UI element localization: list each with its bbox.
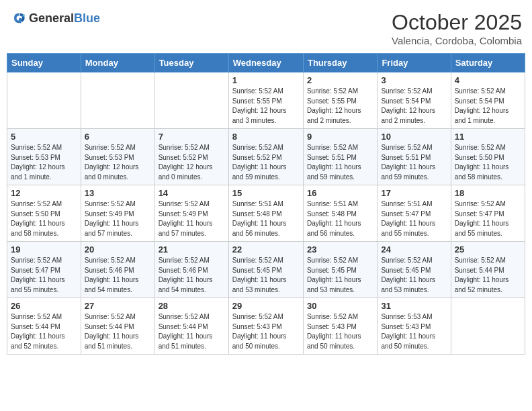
day-info: Sunrise: 5:51 AM Sunset: 5:48 PM Dayligh…: [307, 199, 373, 238]
day-info: Sunrise: 5:52 AM Sunset: 5:51 PM Dayligh…: [381, 143, 447, 182]
day-info: Sunrise: 5:52 AM Sunset: 5:44 PM Dayligh…: [85, 312, 151, 351]
day-info: Sunrise: 5:52 AM Sunset: 5:51 PM Dayligh…: [307, 143, 373, 182]
day-number: 29: [232, 301, 300, 311]
calendar-cell: 18Sunrise: 5:52 AM Sunset: 5:47 PM Dayli…: [451, 185, 525, 242]
calendar: SundayMondayTuesdayWednesdayThursdayFrid…: [7, 53, 525, 355]
calendar-cell: 6Sunrise: 5:52 AM Sunset: 5:53 PM Daylig…: [81, 129, 154, 185]
calendar-cell: [451, 298, 525, 355]
day-number: 21: [159, 244, 225, 255]
day-number: 24: [381, 244, 447, 255]
calendar-cell: 20Sunrise: 5:52 AM Sunset: 5:46 PM Dayli…: [81, 242, 154, 298]
calendar-cell: 1Sunrise: 5:52 AM Sunset: 5:55 PM Daylig…: [228, 73, 303, 129]
day-info: Sunrise: 5:52 AM Sunset: 5:47 PM Dayligh…: [455, 199, 521, 238]
day-info: Sunrise: 5:52 AM Sunset: 5:53 PM Dayligh…: [85, 143, 151, 182]
weekday-header-sunday: Sunday: [7, 54, 81, 73]
day-info: Sunrise: 5:52 AM Sunset: 5:52 PM Dayligh…: [159, 143, 225, 182]
day-number: 13: [85, 188, 151, 198]
day-number: 15: [232, 188, 300, 198]
calendar-cell: 29Sunrise: 5:52 AM Sunset: 5:43 PM Dayli…: [228, 298, 303, 355]
calendar-cell: 26Sunrise: 5:52 AM Sunset: 5:44 PM Dayli…: [7, 298, 81, 355]
day-info: Sunrise: 5:52 AM Sunset: 5:43 PM Dayligh…: [232, 312, 300, 351]
day-info: Sunrise: 5:52 AM Sunset: 5:43 PM Dayligh…: [307, 312, 373, 351]
calendar-cell: 23Sunrise: 5:52 AM Sunset: 5:45 PM Dayli…: [303, 242, 377, 298]
day-info: Sunrise: 5:52 AM Sunset: 5:52 PM Dayligh…: [232, 143, 300, 182]
weekday-header-tuesday: Tuesday: [154, 54, 228, 73]
calendar-cell: 10Sunrise: 5:52 AM Sunset: 5:51 PM Dayli…: [378, 129, 451, 185]
calendar-cell: 13Sunrise: 5:52 AM Sunset: 5:49 PM Dayli…: [81, 185, 154, 242]
calendar-week-5: 26Sunrise: 5:52 AM Sunset: 5:44 PM Dayli…: [7, 298, 525, 355]
day-number: 10: [381, 132, 447, 142]
day-info: Sunrise: 5:52 AM Sunset: 5:54 PM Dayligh…: [455, 87, 521, 126]
day-number: 18: [455, 188, 521, 198]
logo-icon: [10, 10, 26, 26]
calendar-cell: 11Sunrise: 5:52 AM Sunset: 5:50 PM Dayli…: [451, 129, 525, 185]
day-info: Sunrise: 5:52 AM Sunset: 5:53 PM Dayligh…: [11, 143, 77, 182]
header: GeneralBlue October 2025 Valencia, Cordo…: [7, 7, 525, 46]
day-info: Sunrise: 5:52 AM Sunset: 5:50 PM Dayligh…: [11, 199, 77, 238]
calendar-cell: [7, 73, 81, 129]
weekday-header-saturday: Saturday: [451, 54, 525, 73]
month-title: October 2025: [392, 10, 522, 35]
day-number: 30: [307, 301, 373, 311]
day-info: Sunrise: 5:52 AM Sunset: 5:46 PM Dayligh…: [159, 256, 225, 295]
day-number: 4: [455, 75, 521, 85]
day-info: Sunrise: 5:52 AM Sunset: 5:54 PM Dayligh…: [381, 87, 447, 126]
weekday-header-wednesday: Wednesday: [228, 54, 303, 73]
calendar-cell: [81, 73, 154, 129]
day-info: Sunrise: 5:52 AM Sunset: 5:47 PM Dayligh…: [11, 256, 77, 295]
day-info: Sunrise: 5:52 AM Sunset: 5:55 PM Dayligh…: [307, 87, 373, 126]
calendar-cell: 16Sunrise: 5:51 AM Sunset: 5:48 PM Dayli…: [303, 185, 377, 242]
calendar-cell: 27Sunrise: 5:52 AM Sunset: 5:44 PM Dayli…: [81, 298, 154, 355]
day-number: 5: [11, 132, 77, 142]
weekday-header-friday: Friday: [378, 54, 451, 73]
calendar-week-1: 1Sunrise: 5:52 AM Sunset: 5:55 PM Daylig…: [7, 73, 525, 129]
day-number: 1: [232, 75, 300, 85]
day-number: 3: [381, 75, 447, 85]
day-info: Sunrise: 5:52 AM Sunset: 5:46 PM Dayligh…: [85, 256, 151, 295]
calendar-cell: 31Sunrise: 5:53 AM Sunset: 5:43 PM Dayli…: [378, 298, 451, 355]
calendar-cell: 5Sunrise: 5:52 AM Sunset: 5:53 PM Daylig…: [7, 129, 81, 185]
calendar-cell: 21Sunrise: 5:52 AM Sunset: 5:46 PM Dayli…: [154, 242, 228, 298]
day-number: 31: [381, 301, 447, 311]
day-info: Sunrise: 5:52 AM Sunset: 5:50 PM Dayligh…: [455, 143, 521, 182]
calendar-cell: 12Sunrise: 5:52 AM Sunset: 5:50 PM Dayli…: [7, 185, 81, 242]
calendar-cell: 22Sunrise: 5:52 AM Sunset: 5:45 PM Dayli…: [228, 242, 303, 298]
calendar-cell: 28Sunrise: 5:52 AM Sunset: 5:44 PM Dayli…: [154, 298, 228, 355]
calendar-cell: 15Sunrise: 5:51 AM Sunset: 5:48 PM Dayli…: [228, 185, 303, 242]
day-info: Sunrise: 5:52 AM Sunset: 5:45 PM Dayligh…: [381, 256, 447, 295]
day-number: 7: [159, 132, 225, 142]
day-number: 2: [307, 75, 373, 85]
day-info: Sunrise: 5:52 AM Sunset: 5:44 PM Dayligh…: [11, 312, 77, 351]
day-number: 6: [85, 132, 151, 142]
calendar-cell: 19Sunrise: 5:52 AM Sunset: 5:47 PM Dayli…: [7, 242, 81, 298]
day-info: Sunrise: 5:52 AM Sunset: 5:55 PM Dayligh…: [232, 87, 300, 126]
day-info: Sunrise: 5:53 AM Sunset: 5:43 PM Dayligh…: [381, 312, 447, 351]
calendar-week-3: 12Sunrise: 5:52 AM Sunset: 5:50 PM Dayli…: [7, 185, 525, 242]
weekday-header-monday: Monday: [81, 54, 154, 73]
logo-text: GeneralBlue: [29, 11, 100, 26]
day-info: Sunrise: 5:52 AM Sunset: 5:49 PM Dayligh…: [85, 199, 151, 238]
calendar-cell: 7Sunrise: 5:52 AM Sunset: 5:52 PM Daylig…: [154, 129, 228, 185]
day-number: 16: [307, 188, 373, 198]
day-number: 20: [85, 244, 151, 255]
day-number: 27: [85, 301, 151, 311]
day-info: Sunrise: 5:51 AM Sunset: 5:47 PM Dayligh…: [381, 199, 447, 238]
day-number: 17: [381, 188, 447, 198]
calendar-cell: 30Sunrise: 5:52 AM Sunset: 5:43 PM Dayli…: [303, 298, 377, 355]
calendar-cell: 9Sunrise: 5:52 AM Sunset: 5:51 PM Daylig…: [303, 129, 377, 185]
title-area: October 2025 Valencia, Cordoba, Colombia: [392, 10, 522, 46]
day-number: 19: [11, 244, 77, 255]
calendar-cell: 8Sunrise: 5:52 AM Sunset: 5:52 PM Daylig…: [228, 129, 303, 185]
calendar-cell: 3Sunrise: 5:52 AM Sunset: 5:54 PM Daylig…: [378, 73, 451, 129]
weekday-header-thursday: Thursday: [303, 54, 377, 73]
calendar-cell: 14Sunrise: 5:52 AM Sunset: 5:49 PM Dayli…: [154, 185, 228, 242]
calendar-week-2: 5Sunrise: 5:52 AM Sunset: 5:53 PM Daylig…: [7, 129, 525, 185]
location-title: Valencia, Cordoba, Colombia: [392, 35, 522, 46]
day-number: 9: [307, 132, 373, 142]
day-number: 12: [11, 188, 77, 198]
calendar-cell: 24Sunrise: 5:52 AM Sunset: 5:45 PM Dayli…: [378, 242, 451, 298]
day-number: 23: [307, 244, 373, 255]
day-info: Sunrise: 5:52 AM Sunset: 5:44 PM Dayligh…: [455, 256, 521, 295]
logo: GeneralBlue: [10, 10, 100, 26]
calendar-cell: [154, 73, 228, 129]
